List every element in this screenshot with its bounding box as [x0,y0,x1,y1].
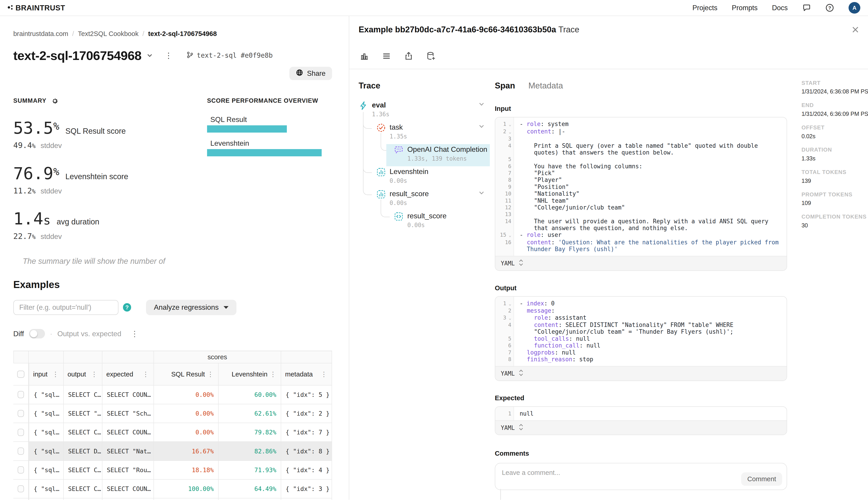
trace-node-openai-chat-completion[interactable]: OpenAI Chat Completion1.33s, 139 tokens [386,144,490,166]
checkbox[interactable] [17,371,24,378]
language-selector[interactable]: YAML [495,420,787,435]
checkbox[interactable] [17,391,24,398]
cell-input[interactable]: { "sql… [29,480,63,498]
col-header-metadata[interactable]: metadata⋮ [281,363,332,386]
row-checkbox-cell[interactable] [13,386,29,404]
checkbox[interactable] [17,429,24,436]
cell-expected[interactable]: SELECT "Nat… [102,442,154,461]
share-button[interactable]: Share [289,67,332,80]
filter-input[interactable] [13,300,118,315]
cell-levenshtein-score[interactable]: 60.00% [219,386,281,404]
row-checkbox-cell[interactable] [13,404,29,423]
comment-button[interactable]: Comment [741,473,782,486]
cell-output[interactable]: SELECT C… [64,386,102,404]
col-header-output[interactable]: output⋮ [64,363,102,386]
branch-ref[interactable]: text-2-sql #e0f9e8b [186,51,273,60]
column-menu-icon[interactable]: ⋮ [320,371,328,377]
cell-metadata[interactable]: { "idx": 4 } [281,461,332,480]
cell-input[interactable]: { "sql… [29,442,63,461]
cell-output[interactable]: SELECT C… [64,480,102,498]
cell-expected[interactable]: SELECT "Dat… [102,498,154,500]
trace-node-eval[interactable]: eval1.36s [359,100,490,122]
column-menu-icon[interactable]: ⋮ [142,371,150,377]
row-checkbox-cell[interactable] [13,423,29,442]
cell-output[interactable]: SELECT "… [64,404,102,423]
avatar[interactable]: A [848,2,860,14]
rows-icon[interactable] [382,52,391,61]
col-header-levenshtein[interactable]: Levenshtein⋮ [219,363,281,386]
experiment-menu-icon[interactable]: ⋮ [165,52,173,59]
gear-icon[interactable] [51,97,59,104]
cell-metadata[interactable]: { "idx": 3 } [281,480,332,498]
line-number[interactable]: 15 ⌄ [495,231,514,239]
cell-expected[interactable]: SELECT COUN… [102,423,154,442]
cell-sql-result-score[interactable]: 100.00% [154,480,219,498]
cell-levenshtein-score[interactable]: 64.49% [219,480,281,498]
cell-metadata[interactable]: { "idx": 7 } [281,423,332,442]
cell-levenshtein-score[interactable]: 84.21% [219,498,281,500]
cell-input[interactable]: { "sql… [29,423,63,442]
col-header-sql_result[interactable]: SQL Result⋮ [154,363,219,386]
trace-node-levenshtein[interactable]: Levenshtein0.00s [376,166,490,189]
cell-levenshtein-score[interactable]: 82.86% [219,442,281,461]
cell-input[interactable]: { "sql… [29,461,63,480]
chevron-down-icon[interactable] [479,125,484,128]
cell-sql-result-score[interactable]: 0.00% [154,386,219,404]
cell-metadata[interactable]: { "idx": 6 } [281,498,332,500]
export-icon[interactable] [404,52,413,61]
score-bar-fill[interactable] [207,149,322,156]
line-number[interactable]: 1 ⌄ [495,300,514,307]
cell-sql-result-score[interactable]: 100.00% [154,498,219,500]
column-menu-icon[interactable]: ⋮ [270,371,277,377]
cell-metadata[interactable]: { "idx": 2 } [281,404,332,423]
score-bar-fill[interactable] [207,125,287,133]
row-checkbox-cell[interactable] [13,461,29,480]
cell-levenshtein-score[interactable]: 71.93% [219,461,281,480]
cell-metadata[interactable]: { "idx": 5 } [281,386,332,404]
cell-sql-result-score[interactable]: 0.00% [154,404,219,423]
cell-output[interactable]: SELECT C… [64,461,102,480]
column-menu-icon[interactable]: ⋮ [207,371,214,377]
diff-menu-icon[interactable]: ⋮ [131,330,139,338]
cell-sql-result-score[interactable]: 16.67% [154,442,219,461]
analyze-regressions-button[interactable]: Analyze regressions [146,300,236,315]
tab-metadata[interactable]: Metadata [528,81,563,91]
database-add-icon[interactable] [426,52,436,61]
diff-toggle[interactable] [29,329,45,339]
checkbox[interactable] [17,466,24,474]
cell-levenshtein-score[interactable]: 79.82% [219,423,281,442]
nav-link-docs[interactable]: Docs [772,4,788,12]
column-menu-icon[interactable]: ⋮ [52,371,59,377]
trace-node-result-score[interactable]: result_score0.00s [376,189,490,211]
filter-help-icon[interactable]: ? [123,303,131,311]
cell-sql-result-score[interactable]: 18.18% [154,461,219,480]
line-number[interactable]: 2 ⌄ [495,128,514,135]
row-checkbox-cell[interactable] [13,498,29,500]
checkbox[interactable] [17,447,24,455]
language-selector[interactable]: YAML [495,366,787,380]
braintrust-logo[interactable]: BRAINTRUST [7,3,65,13]
col-header-expected[interactable]: expected⋮ [102,363,154,386]
breadcrumb-project[interactable]: Text2SQL Cookbook [78,30,139,37]
col-header-input[interactable]: input⋮ [29,363,63,386]
breadcrumb-experiment[interactable]: text-2-sql-1706754968 [148,30,217,37]
chevron-down-icon[interactable] [147,54,152,57]
nav-link-prompts[interactable]: Prompts [732,4,758,12]
column-menu-icon[interactable]: ⋮ [91,371,98,377]
cell-output[interactable]: SELECT D… [64,498,102,500]
cell-expected[interactable]: SELECT "Sch… [102,404,154,423]
row-checkbox-cell[interactable] [13,480,29,498]
select-all-checkbox[interactable] [13,363,29,386]
help-icon[interactable]: ? [825,3,834,12]
trace-node-result-score[interactable]: result_score0.00s [394,211,490,233]
cell-input[interactable]: { "sql… [29,386,63,404]
cell-input[interactable]: { "sql… [29,498,63,500]
close-icon[interactable] [852,26,859,34]
cell-expected[interactable]: SELECT COUN… [102,386,154,404]
cell-output[interactable]: SELECT C… [64,423,102,442]
cell-expected[interactable]: SELECT "Rou… [102,461,154,480]
cell-expected[interactable]: SELECT COUN… [102,480,154,498]
breadcrumb-org[interactable]: braintrustdata.com [13,30,68,37]
nav-link-projects[interactable]: Projects [692,4,717,12]
cell-sql-result-score[interactable]: 0.00% [154,423,219,442]
